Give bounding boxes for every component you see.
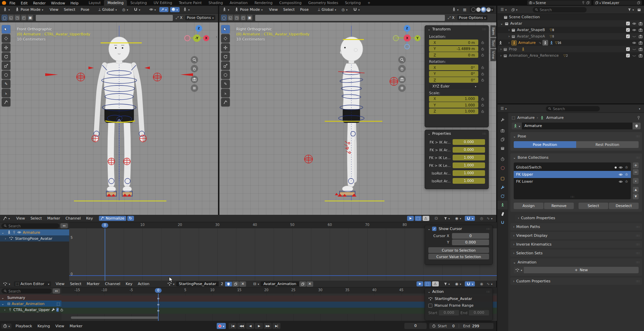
select-mode-new-icon[interactable]: ▢ bbox=[2, 15, 7, 21]
topbar-menu-item[interactable]: File bbox=[7, 1, 18, 5]
scale-tool-button[interactable] bbox=[221, 61, 230, 70]
shading-material-button[interactable] bbox=[481, 7, 486, 12]
gizmo-x-axis[interactable]: X bbox=[404, 34, 411, 42]
auto-handle-dropdown[interactable]: ∿ bbox=[485, 281, 494, 286]
action-name-field[interactable]: StartingPose_Avatar bbox=[176, 281, 219, 286]
eye-closed-icon[interactable] bbox=[632, 47, 636, 51]
workspace-tab[interactable]: Sculpting bbox=[127, 0, 150, 6]
expand-icon[interactable] bbox=[1, 296, 6, 300]
timeline-menu-item[interactable]: Playback bbox=[13, 324, 35, 328]
jump-to-start-button[interactable]: |◀ bbox=[229, 323, 237, 329]
shading-dropdown-icon[interactable] bbox=[491, 7, 493, 12]
dope-hscrollbar[interactable] bbox=[71, 316, 159, 319]
topbar-menu-item[interactable]: Window bbox=[48, 1, 68, 5]
pose-options-dropdown[interactable]: Pose Options bbox=[457, 15, 487, 20]
list-specials-button[interactable] bbox=[633, 178, 639, 184]
property-value-slider[interactable]: 1.000 bbox=[453, 162, 485, 168]
graph-menu-item[interactable]: View bbox=[14, 216, 28, 221]
panel-grip-icon[interactable] bbox=[636, 155, 639, 160]
outliner-row-avatar[interactable]: Avatar ✓ bbox=[498, 20, 644, 27]
collapsed-panel-header[interactable]: Motion Paths bbox=[510, 223, 642, 230]
visibility-toggle[interactable] bbox=[147, 7, 158, 12]
pan-button[interactable] bbox=[191, 65, 198, 72]
graph-search[interactable] bbox=[1, 223, 59, 228]
dope-menu-item[interactable]: Marker bbox=[84, 282, 102, 286]
select-mode-subtract-icon[interactable]: ◳ bbox=[15, 15, 20, 21]
viewport-menu-item[interactable]: View bbox=[47, 7, 61, 12]
slot-icon-dropdown[interactable]: ⊟ bbox=[251, 281, 261, 286]
shading-rendered-button[interactable] bbox=[486, 7, 491, 12]
overlays-toggle[interactable] bbox=[170, 7, 180, 12]
editor-type-button[interactable] bbox=[1, 7, 11, 12]
pivot-point-button[interactable]: ◎ bbox=[340, 7, 349, 12]
tab-tool[interactable] bbox=[498, 116, 508, 124]
outliner-row-prop[interactable]: Prop ✓ bbox=[498, 46, 644, 52]
star-icon[interactable]: ☆ bbox=[625, 172, 628, 177]
lock-icon[interactable] bbox=[480, 53, 485, 57]
graph-playhead[interactable] bbox=[105, 228, 105, 281]
workspace-tab[interactable]: Compositing bbox=[276, 0, 305, 6]
transform-tool-button[interactable] bbox=[2, 71, 10, 79]
timeline-menu-item[interactable]: Keying bbox=[35, 324, 53, 328]
collapse-icon[interactable] bbox=[428, 27, 432, 31]
graph-search-input[interactable] bbox=[8, 224, 57, 228]
viewport-menu-item[interactable]: Select bbox=[61, 7, 78, 12]
select-button[interactable]: Select bbox=[579, 203, 608, 209]
editor-type-button[interactable] bbox=[1, 216, 11, 221]
select-mode-intersect-icon[interactable]: ▣ bbox=[247, 15, 252, 21]
show-errors-icon[interactable]: ⚠ bbox=[423, 216, 429, 221]
cursor-tool-button[interactable] bbox=[2, 34, 10, 43]
next-keyframe-button[interactable]: ▶▶ bbox=[264, 323, 272, 329]
add-collection-button[interactable]: + bbox=[633, 162, 639, 168]
navigation-gizmo[interactable]: Z X Y bbox=[388, 23, 425, 53]
location-z-field[interactable]: Z0 m bbox=[429, 52, 478, 58]
outliner-row-animation-area-reference[interactable]: Animation_Area_Reference ▽2 ✓ bbox=[498, 52, 644, 59]
move-tool-button[interactable] bbox=[2, 43, 10, 52]
viewport-menu-item[interactable]: Pose bbox=[297, 7, 311, 12]
lock-icon[interactable] bbox=[480, 47, 485, 51]
tab-physics[interactable] bbox=[498, 192, 508, 201]
tab-scene[interactable] bbox=[498, 155, 508, 163]
rotate-tool-button[interactable] bbox=[221, 52, 230, 61]
tab-output[interactable] bbox=[498, 135, 508, 144]
expand-icon[interactable] bbox=[500, 21, 505, 26]
measure-tool-button[interactable]: ⦛ bbox=[221, 89, 230, 97]
editor-type-button[interactable]: ☰ bbox=[499, 106, 508, 111]
select-mode-extend-icon[interactable]: ◱ bbox=[227, 15, 233, 21]
xray-toggle[interactable] bbox=[450, 7, 460, 12]
collapse-icon[interactable] bbox=[513, 155, 517, 160]
mirror-x-toggle[interactable]: X bbox=[452, 16, 455, 20]
gizmo-toggle[interactable]: ↗ bbox=[159, 7, 168, 12]
location-x-field[interactable]: X0 m bbox=[429, 40, 478, 45]
expand-icon[interactable] bbox=[500, 47, 503, 51]
normalize-refresh-button[interactable]: ↻ bbox=[127, 216, 134, 221]
panel-grip-icon[interactable] bbox=[487, 227, 490, 231]
pin-icon[interactable] bbox=[637, 116, 641, 120]
play-reverse-button[interactable]: ◀ bbox=[246, 323, 254, 329]
eye-icon[interactable] bbox=[632, 28, 636, 32]
eye-closed-icon[interactable] bbox=[632, 34, 636, 39]
filter-dropdown[interactable] bbox=[442, 281, 452, 286]
xray-toggle[interactable] bbox=[181, 7, 191, 12]
dope-menu-item[interactable]: Select bbox=[67, 282, 84, 286]
mirror-icon[interactable]: ⤢ bbox=[176, 16, 179, 20]
snap-dropdown[interactable] bbox=[465, 281, 475, 286]
expand-search-button[interactable]: ↔ bbox=[60, 223, 68, 228]
cursor-tool-button[interactable] bbox=[221, 34, 230, 43]
collapse-icon[interactable] bbox=[513, 260, 517, 264]
modifier-icon[interactable] bbox=[51, 308, 55, 312]
outliner-search[interactable] bbox=[533, 7, 587, 12]
cursor-y-field[interactable]: 0.000 bbox=[452, 239, 489, 245]
channel-ctrl[interactable]: CTRL_Avatar_Upper ✓ bbox=[0, 307, 61, 313]
filter-dropdown[interactable] bbox=[626, 7, 636, 12]
camera-icon[interactable] bbox=[639, 34, 643, 39]
new-collection-button[interactable] bbox=[636, 7, 643, 12]
graph-menu-item[interactable]: Select bbox=[28, 216, 45, 221]
lock-icon[interactable] bbox=[480, 103, 485, 107]
camera-view-button[interactable] bbox=[398, 76, 406, 83]
move-tool-button[interactable] bbox=[221, 43, 230, 52]
dope-playhead[interactable] bbox=[158, 294, 159, 321]
lock-icon[interactable] bbox=[480, 78, 485, 82]
eye-icon[interactable] bbox=[632, 22, 636, 26]
select-mode-extend-icon[interactable]: ◱ bbox=[8, 15, 14, 21]
